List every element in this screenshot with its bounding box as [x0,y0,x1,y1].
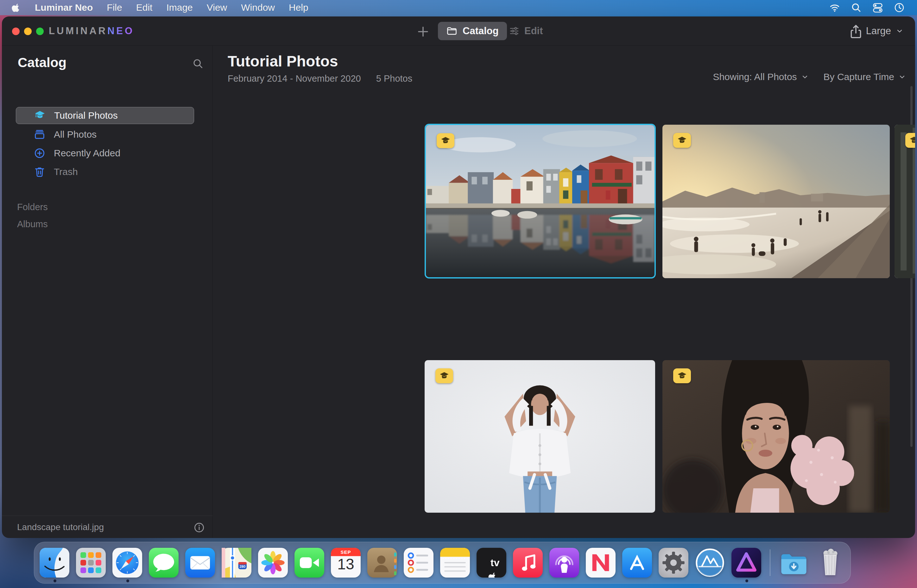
photo-thumbnail-closeup-portrait[interactable] [662,360,890,513]
selected-photo-filename: Landscape tutorial.jpg [17,522,104,532]
dock-news-icon[interactable] [586,548,616,578]
sidebar-item-all-photos[interactable]: All Photos [16,126,194,143]
sidebar-footer-divider [2,515,212,516]
sidebar-item-tutorial-photos[interactable]: Tutorial Photos [16,107,194,124]
studio-portrait-image [425,360,655,513]
dock-settings-icon[interactable] [658,548,688,578]
sidebar-item-label: Tutorial Photos [54,110,118,121]
sidebar-item-recently-added[interactable]: Recently Added [16,145,194,162]
folder-icon [446,25,458,37]
beach-sunset-image [662,125,890,278]
sort-filter[interactable]: By Capture Time [823,71,906,82]
clock-icon[interactable] [894,2,905,13]
menu-bar: Luminar Neo File Edit Image View Window … [0,0,917,15]
dock-calendar-icon[interactable]: SEP 13 [331,548,361,578]
graduation-cap-badge-icon [909,135,915,146]
menu-view[interactable]: View [207,2,227,13]
dock-podcasts-icon[interactable] [549,548,579,578]
dock-photos-icon[interactable] [258,548,288,578]
wifi-icon[interactable] [829,2,840,13]
graduation-cap-badge-icon [440,136,451,146]
trash-icon [34,166,45,178]
thumbnail-size-select[interactable]: Large [866,22,904,40]
dock-launchpad-icon[interactable] [76,548,106,578]
close-window-button[interactable] [12,27,19,35]
tutorial-badge [905,133,915,148]
menu-window[interactable]: Window [241,2,275,13]
luminar-neo-window: LUMINARNEO Catalog Edit Large [2,16,915,538]
sidebar-item-label: Recently Added [54,148,120,158]
photo-count: 5 Photos [376,73,412,84]
dock-finder-icon[interactable] [40,548,70,578]
sidebar-search-icon[interactable] [192,58,204,69]
thumbnail-size-value: Large [866,25,891,37]
dock-messages-icon[interactable] [149,548,179,578]
sidebar-item-trash[interactable]: Trash [16,163,194,180]
desktop: Luminar Neo File Edit Image View Window … [0,0,917,588]
dock-tv-icon[interactable]: tv [477,548,506,578]
canal-houses-image [426,125,655,277]
tab-catalog[interactable]: Catalog [438,22,507,40]
sidebar-item-label: Trash [54,166,78,177]
control-center-icon[interactable] [872,2,883,13]
dock-luminar-neo-icon[interactable] [731,548,761,578]
zoom-window-button[interactable] [36,27,44,35]
menu-edit[interactable]: Edit [136,2,153,13]
chevron-down-icon [898,73,906,81]
spotlight-search-icon[interactable] [851,2,862,13]
showing-filter-label: Showing: All Photos [713,71,797,82]
sidebar-title: Catalog [18,55,66,70]
menu-image[interactable]: Image [166,2,192,13]
menu-file[interactable]: File [107,2,122,13]
sidebar-section-albums[interactable]: Albums [17,219,48,229]
dock-appstore-icon[interactable] [622,548,652,578]
apple-menu-icon[interactable] [11,3,21,12]
dock-music-icon[interactable] [513,548,543,578]
calendar-day-label: 13 [331,556,361,573]
chevron-down-icon [801,73,809,81]
dock: 280 SEP 13 tv [34,542,851,583]
minimize-window-button[interactable] [24,27,32,35]
tutorial-badge [673,368,691,383]
graduation-cap-badge-icon [677,135,687,146]
dock-separator [770,549,770,576]
dock-reminders-icon[interactable] [404,548,433,578]
showing-filter[interactable]: Showing: All Photos [713,71,809,82]
logo-text-primary: LUMINAR [49,25,107,37]
dock-contacts-icon[interactable] [367,548,397,578]
plus-circle-icon [34,147,45,159]
dock-trash-icon[interactable] [815,548,845,578]
menu-app-name[interactable]: Luminar Neo [35,2,93,13]
photo-stack-icon [34,129,45,141]
sidebar-section-folders[interactable]: Folders [17,202,48,212]
page-title: Tutorial Photos [228,53,338,70]
maps-shield-label: 280 [239,565,246,569]
tab-edit-label: Edit [524,25,543,37]
add-photos-button[interactable] [416,24,431,39]
dock-mail-icon[interactable] [185,548,215,578]
dock-safari-icon[interactable] [112,548,142,578]
share-icon[interactable] [848,23,864,40]
tutorial-badge [437,133,454,148]
tutorial-badge [435,368,453,383]
photo-thumbnail-canal-houses[interactable] [425,124,656,278]
photo-grid-area: Tutorial Photos February 2014 - November… [213,45,915,538]
catalog-sidebar: Catalog Tutorial Photos All Photos [2,45,212,538]
info-icon[interactable] [193,522,205,533]
dock-notes-icon[interactable] [440,548,470,578]
dock-maps-icon[interactable]: 280 [222,548,251,578]
dock-facetime-icon[interactable] [294,548,324,578]
photo-thumbnail-beach-sunset[interactable] [662,125,890,278]
photo-thumbnail-studio-portrait[interactable] [425,360,655,513]
graduation-cap-badge-icon [677,371,687,381]
graduation-cap-icon [34,110,46,121]
dock-downloads-icon[interactable] [779,548,809,578]
sidebar-item-label: All Photos [54,129,97,140]
tab-catalog-label: Catalog [463,25,499,37]
luminar-neo-logo: LUMINARNEO [49,16,134,45]
menu-help[interactable]: Help [289,2,309,13]
photo-thumbnail-city-street[interactable] [894,125,915,278]
tab-edit[interactable]: Edit [508,22,543,40]
calendar-month-label: SEP [331,549,361,555]
dock-luminar-icon[interactable] [695,548,725,578]
